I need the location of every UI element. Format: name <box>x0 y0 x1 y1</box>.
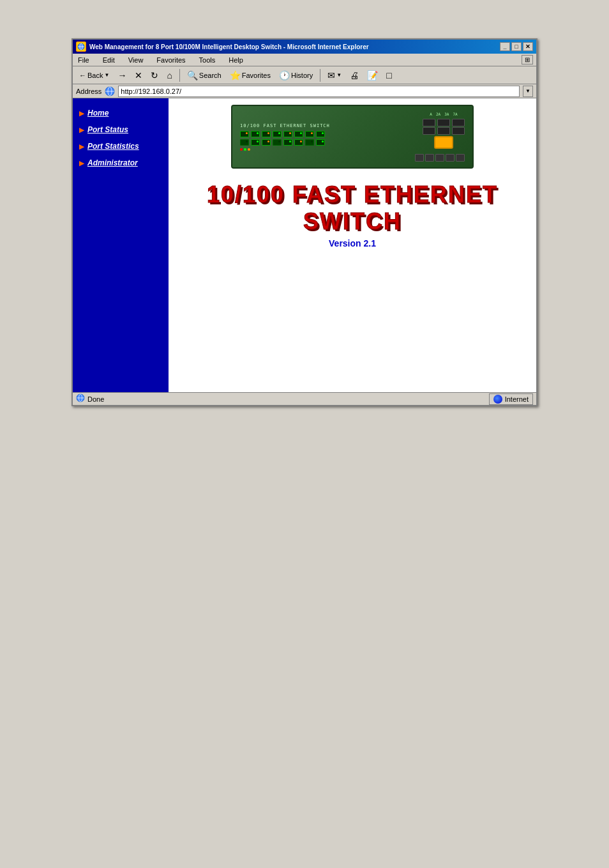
refresh-icon: ↻ <box>151 70 158 80</box>
switch-image: 10/100 FAST ETHERNET SWITCH <box>231 105 474 169</box>
bottom-port-2 <box>425 154 434 162</box>
back-button[interactable]: ← Back ▼ <box>76 70 112 81</box>
search-label: Search <box>199 72 222 79</box>
title-bar: Web Management for 8 Port 10/100M Intell… <box>73 40 536 54</box>
favorites-icon: ⭐ <box>230 70 241 80</box>
refresh-button[interactable]: ↻ <box>147 68 162 82</box>
address-input[interactable] <box>118 86 520 97</box>
search-icon: 🔍 <box>187 70 198 80</box>
close-button[interactable]: ✕ <box>523 42 533 51</box>
port-2 <box>251 131 260 137</box>
bottom-port-4 <box>446 154 455 162</box>
menu-favorites[interactable]: Favorites <box>154 56 187 65</box>
address-dropdown[interactable]: ▼ <box>523 86 533 97</box>
port-row-top <box>240 131 414 137</box>
print-button[interactable]: 🖨 <box>347 68 362 82</box>
separator-2 <box>320 69 320 82</box>
history-button[interactable]: 🕐 History <box>276 68 316 82</box>
nav-arrow-port-status: ▶ <box>79 126 84 133</box>
nav-port-status[interactable]: ▶ Port Status <box>73 121 169 138</box>
port-11 <box>262 139 271 146</box>
switch-bottom-ports <box>415 154 465 162</box>
menu-file[interactable]: File <box>76 56 91 65</box>
port-16 <box>316 139 325 146</box>
status-right: Internet <box>489 393 533 405</box>
switch-body: 10/100 FAST ETHERNET SWITCH <box>232 106 472 167</box>
forward-button[interactable]: → <box>114 68 130 82</box>
address-label: Address <box>76 88 102 95</box>
mail-dropdown-icon: ▼ <box>336 72 342 78</box>
bottom-port-5 <box>456 154 465 162</box>
port-8 <box>316 131 325 137</box>
status-bar: Done Internet <box>73 392 536 405</box>
nav-label-port-statistics: Port Statistics <box>87 142 139 151</box>
edit-button[interactable]: 📝 <box>364 68 381 82</box>
port-13 <box>283 139 292 146</box>
history-label: History <box>291 72 313 79</box>
switch-uplink-connector <box>434 136 453 149</box>
window-title: Web Management for 8 Port 10/100M Intell… <box>89 43 369 50</box>
back-label: Back <box>87 72 103 79</box>
menu-bar: File Edit View Favorites Tools Help ⊞ <box>73 54 536 66</box>
tools-icon: ⊞ <box>522 55 533 65</box>
page-background: Web Management for 8 Port 10/100M Intell… <box>0 0 609 868</box>
menu-edit[interactable]: Edit <box>101 56 117 65</box>
maximize-button[interactable]: □ <box>511 42 522 51</box>
port-row-bottom <box>240 139 414 146</box>
status-done-label: Done <box>87 395 104 403</box>
status-left: Done <box>76 393 104 404</box>
main-content: 10/100 FAST ETHERNET SWITCH <box>169 98 536 392</box>
home-button[interactable]: ⌂ <box>163 68 175 82</box>
separator-1 <box>179 69 180 82</box>
status-page-icon <box>76 393 85 404</box>
forward-icon: → <box>117 70 126 80</box>
nav-arrow-home: ▶ <box>79 110 84 117</box>
menu-tools[interactable]: Tools <box>197 56 218 65</box>
favorites-button[interactable]: ⭐ Favorites <box>227 68 274 82</box>
menu-help[interactable]: Help <box>227 56 245 65</box>
status-internet-label: Internet <box>505 395 529 403</box>
bottom-port-1 <box>415 154 424 162</box>
port-15 <box>305 139 314 146</box>
nav-label-home: Home <box>87 109 109 118</box>
product-title: 10/100 FAST ETHERNET SWITCH <box>175 181 530 235</box>
search-button[interactable]: 🔍 Search <box>184 68 225 82</box>
switch-connector-panel: A 2A 3A 7A <box>414 112 465 162</box>
print-icon: 🖨 <box>350 70 359 80</box>
port-9 <box>240 139 249 146</box>
back-icon: ← <box>79 72 86 79</box>
nav-arrow-port-statistics: ▶ <box>79 143 84 150</box>
port-4 <box>273 131 282 137</box>
version-text: Version 2.1 <box>329 238 376 248</box>
internet-globe-icon <box>493 395 502 404</box>
switch-ports: 10/100 FAST ETHERNET SWITCH <box>240 123 414 151</box>
nav-arrow-administrator: ▶ <box>79 160 84 167</box>
port-1 <box>240 131 249 137</box>
menu-view[interactable]: View <box>126 56 146 65</box>
title-controls: _ □ ✕ <box>500 42 533 51</box>
toolbar: ← Back ▼ → ✕ ↻ ⌂ 🔍 Search ⭐ <box>73 66 536 84</box>
mail-button[interactable]: ✉ ▼ <box>324 68 345 82</box>
mail-icon: ✉ <box>327 70 335 80</box>
page-icon <box>105 86 115 96</box>
stop-button[interactable]: ✕ <box>132 68 146 82</box>
nav-port-statistics[interactable]: ▶ Port Statistics <box>73 138 169 155</box>
home-icon: ⌂ <box>167 70 172 80</box>
back-dropdown-icon: ▼ <box>104 72 109 78</box>
port-10 <box>251 139 260 146</box>
nav-label-administrator: Administrator <box>87 158 138 167</box>
nav-home[interactable]: ▶ Home <box>73 105 169 121</box>
bottom-port-3 <box>435 154 444 162</box>
favorites-label: Favorites <box>242 72 271 79</box>
edit-icon: 📝 <box>367 70 378 80</box>
minimize-button[interactable]: _ <box>500 42 510 51</box>
port-5 <box>283 131 292 137</box>
discuss-icon: □ <box>386 70 391 80</box>
nav-administrator[interactable]: ▶ Administrator <box>73 155 169 171</box>
discuss-button[interactable]: □ <box>383 68 395 82</box>
content-area: ▶ Home ▶ Port Status ▶ Port Statistics ▶… <box>73 98 536 392</box>
stop-icon: ✕ <box>135 70 142 80</box>
title-bar-left: Web Management for 8 Port 10/100M Intell… <box>76 42 369 52</box>
port-6 <box>294 131 303 137</box>
switch-body-label: 10/100 FAST ETHERNET SWITCH <box>240 123 414 128</box>
